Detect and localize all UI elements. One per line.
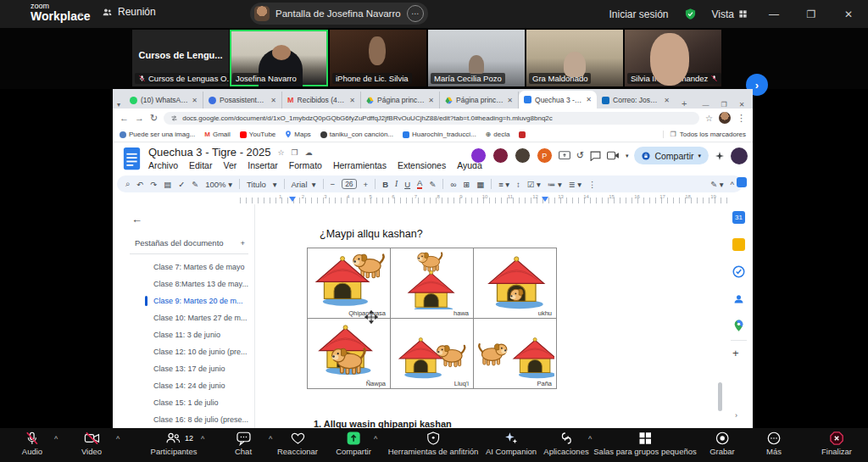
browser-minimize-icon[interactable]: — bbox=[702, 101, 709, 109]
shared-screen-pill[interactable]: Pantalla de Josefina Navarro ⋯ bbox=[250, 3, 428, 25]
undo-icon[interactable]: ↶ bbox=[136, 180, 143, 189]
present-to-meeting-icon[interactable] bbox=[559, 151, 570, 161]
doc-tab-item[interactable]: Clase 8:Martes 13 de may... bbox=[113, 276, 254, 292]
table-cell[interactable]: Paña bbox=[474, 319, 557, 389]
chat-options-chevron[interactable]: ^ bbox=[269, 435, 272, 443]
calendar-icon[interactable]: 31 bbox=[732, 211, 745, 224]
font-size-decrease-icon[interactable]: − bbox=[331, 180, 336, 189]
indent-marker[interactable] bbox=[289, 197, 296, 202]
participant-tile[interactable]: Gra Maldonado bbox=[526, 30, 623, 86]
bold-icon[interactable]: B bbox=[382, 180, 388, 189]
doc-tab-item[interactable]: Clase 13: 17 de junio bbox=[113, 360, 254, 377]
collaborator-avatar[interactable] bbox=[492, 148, 509, 164]
collaborator-avatar[interactable] bbox=[470, 148, 487, 164]
numbered-list-icon[interactable]: ≣ ▾ bbox=[569, 180, 581, 189]
menu-insertar[interactable]: Insertar bbox=[248, 160, 278, 170]
browser-tab[interactable]: Página principal✕ bbox=[361, 92, 440, 109]
reload-icon[interactable]: ↻ bbox=[150, 113, 158, 124]
share-button[interactable]: Compartir ▾ bbox=[634, 147, 709, 164]
back-icon[interactable]: ← bbox=[120, 113, 129, 123]
signin-link[interactable]: Iniciar sesión bbox=[609, 8, 669, 20]
text-color-icon[interactable]: A bbox=[417, 179, 422, 189]
security-shield-icon[interactable] bbox=[684, 8, 697, 20]
doc-tab-item[interactable]: Clase 15: 1 de julio bbox=[113, 394, 254, 411]
doc-tab-item[interactable]: Clase 14: 24 de junio bbox=[113, 377, 254, 394]
table-cell[interactable]: Ñawpa bbox=[308, 319, 391, 389]
participant-tile[interactable]: María Cecilia Pozo bbox=[428, 30, 525, 86]
doc-scrollbar[interactable] bbox=[718, 382, 722, 411]
browser-close-icon[interactable]: ✕ bbox=[739, 101, 745, 109]
tasks-icon[interactable] bbox=[732, 265, 745, 278]
breakout-rooms-button[interactable]: Salas para grupos pequeños bbox=[593, 431, 696, 456]
close-tab-icon[interactable]: ✕ bbox=[192, 97, 198, 104]
add-comment-icon[interactable]: ⊞ bbox=[463, 180, 470, 189]
font-select[interactable]: Arial ▾ bbox=[292, 180, 316, 189]
indent-marker[interactable] bbox=[542, 197, 548, 202]
close-tab-icon[interactable]: ✕ bbox=[664, 97, 670, 104]
redo-icon[interactable]: ↷ bbox=[150, 180, 157, 189]
forward-icon[interactable]: → bbox=[135, 113, 144, 123]
doc-tab-item-active[interactable]: Clase 9: Martes 20 de m... bbox=[113, 292, 254, 309]
bookmark-item[interactable]: ⊕decla bbox=[486, 131, 510, 138]
audio-options-chevron[interactable]: ^ bbox=[54, 435, 58, 443]
menu-archivo[interactable]: Archivo bbox=[148, 160, 178, 170]
bulleted-list-icon[interactable]: ≔ ▾ bbox=[548, 180, 562, 189]
more-button[interactable]: Más bbox=[766, 431, 782, 456]
doc-tab-item[interactable]: Clase 11: 3 de junio bbox=[113, 326, 254, 343]
share-options-chevron[interactable]: ^ bbox=[374, 435, 377, 443]
participant-tile[interactable]: Silvia Ines Fernandez bbox=[625, 30, 721, 86]
collaborator-avatar[interactable]: P bbox=[537, 148, 553, 164]
collapse-sidebar-icon[interactable]: › bbox=[735, 411, 737, 420]
google-docs-logo[interactable] bbox=[123, 147, 141, 170]
close-tab-icon[interactable]: ✕ bbox=[507, 97, 513, 104]
move-folder-icon[interactable]: ❐ bbox=[292, 148, 298, 157]
camera-dropdown-icon[interactable]: ▾ bbox=[626, 153, 629, 159]
share-dropdown-icon[interactable]: ▾ bbox=[698, 153, 701, 159]
collaborator-avatar[interactable] bbox=[515, 148, 531, 164]
keep-icon[interactable] bbox=[732, 238, 745, 251]
doc-tab-item[interactable]: Clase 12: 10 de junio (pre... bbox=[113, 343, 254, 360]
react-button[interactable]: Reaccionar bbox=[277, 431, 318, 456]
browser-tab[interactable]: Posasistente - 2✕ bbox=[203, 92, 282, 109]
browser-restore-icon[interactable]: ❐ bbox=[721, 101, 726, 109]
highlight-color-icon[interactable]: ✎ bbox=[429, 180, 436, 189]
italic-icon[interactable]: I bbox=[395, 180, 398, 188]
participant-tile[interactable]: iPhone de Lic. Silvia bbox=[330, 30, 426, 86]
contacts-icon[interactable] bbox=[732, 292, 745, 305]
checklist-icon[interactable]: ☑ ▾ bbox=[527, 180, 541, 189]
print-icon[interactable]: ▤ bbox=[164, 180, 171, 189]
collapse-panel-icon[interactable]: ← bbox=[131, 213, 142, 225]
font-size-field[interactable]: 26 bbox=[342, 179, 356, 189]
url-field[interactable]: docs.google.com/document/d/1xO_1mybdzQ0p… bbox=[164, 112, 699, 125]
bookmark-item[interactable]: taniku_con canción... bbox=[320, 131, 393, 138]
restore-button[interactable]: ❐ bbox=[800, 8, 822, 20]
close-tab-icon[interactable]: ✕ bbox=[586, 96, 592, 103]
editing-mode-icon[interactable]: ✎ ▾ bbox=[710, 180, 723, 189]
participants-options-chevron[interactable]: ^ bbox=[201, 435, 204, 443]
underline-icon[interactable]: U bbox=[404, 180, 410, 189]
star-document-icon[interactable]: ☆ bbox=[278, 148, 285, 157]
share-options-icon[interactable]: ⋯ bbox=[407, 5, 424, 22]
calendar-addon-icon[interactable] bbox=[737, 177, 747, 187]
font-size-increase-icon[interactable]: + bbox=[364, 180, 369, 189]
hide-menus-icon[interactable]: ^ bbox=[731, 180, 734, 189]
browser-tab[interactable]: (10) WhatsApp✕ bbox=[125, 92, 203, 109]
spellcheck-icon[interactable]: ✓ bbox=[178, 180, 185, 189]
table-cell[interactable]: Qhipan/wasa bbox=[308, 248, 391, 319]
video-button[interactable]: Video bbox=[81, 431, 102, 456]
doc-tab-item[interactable]: Clase 16: 8 de julio (prese... bbox=[113, 411, 254, 428]
bookmark-item[interactable]: MGmail bbox=[204, 131, 231, 138]
menu-ver[interactable]: Ver bbox=[223, 160, 236, 170]
meet-camera-icon[interactable] bbox=[607, 151, 620, 160]
bookmark-star-icon[interactable]: ☆ bbox=[705, 114, 713, 123]
video-options-chevron[interactable]: ^ bbox=[116, 435, 120, 443]
account-avatar[interactable] bbox=[731, 148, 748, 164]
bookmark-item[interactable]: Puede ser una imag... bbox=[120, 131, 195, 138]
table-cell[interactable]: hawa bbox=[391, 248, 474, 319]
close-tab-icon[interactable]: ✕ bbox=[270, 97, 276, 104]
document-title[interactable]: Quechua 3 - Tigre - 2025 bbox=[148, 146, 271, 159]
menu-editar[interactable]: Editar bbox=[189, 160, 212, 170]
bookmark-icon-only[interactable] bbox=[519, 131, 526, 138]
align-icon[interactable]: ≡ ▾ bbox=[498, 180, 509, 189]
participant-tile-active-speaker[interactable]: Josefina Navarro bbox=[230, 30, 328, 86]
